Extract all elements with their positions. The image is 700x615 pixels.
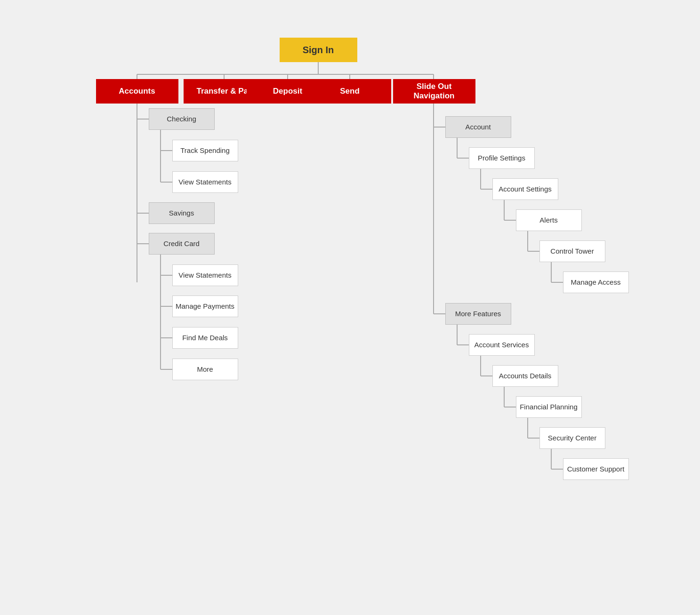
customer-support-node[interactable]: Customer Support	[563, 458, 629, 480]
connector-lines	[44, 19, 656, 583]
nav-send-button[interactable]: Send	[309, 79, 391, 104]
savings-node[interactable]: Savings	[149, 202, 215, 224]
manage-payments-node[interactable]: Manage Payments	[172, 296, 238, 317]
alerts-node[interactable]: Alerts	[516, 209, 582, 231]
view-statements-checking-node[interactable]: View Statements	[172, 171, 238, 193]
nav-slide-out-button[interactable]: Slide OutNavigation	[393, 79, 475, 104]
nav-accounts-button[interactable]: Accounts	[96, 79, 178, 104]
diagram-area: Sign In Accounts Transfer & Pay Deposit …	[44, 19, 656, 583]
control-tower-node[interactable]: Control Tower	[539, 240, 605, 262]
more-features-node[interactable]: More Features	[445, 303, 511, 325]
account-services-node[interactable]: Account Services	[469, 334, 535, 356]
security-center-node[interactable]: Security Center	[539, 427, 605, 449]
account-node[interactable]: Account	[445, 116, 511, 138]
view-statements-credit-node[interactable]: View Statements	[172, 264, 238, 286]
track-spending-node[interactable]: Track Spending	[172, 140, 238, 161]
checking-node[interactable]: Checking	[149, 108, 215, 130]
credit-card-node[interactable]: Credit Card	[149, 233, 215, 255]
manage-access-node[interactable]: Manage Access	[563, 272, 629, 293]
find-me-deals-node[interactable]: Find Me Deals	[172, 327, 238, 349]
profile-settings-node[interactable]: Profile Settings	[469, 147, 535, 169]
more-node[interactable]: More	[172, 359, 238, 380]
sign-in-button[interactable]: Sign In	[280, 38, 357, 62]
accounts-details-node[interactable]: Accounts Details	[492, 365, 558, 387]
financial-planning-node[interactable]: Financial Planning	[516, 396, 582, 418]
account-settings-node[interactable]: Account Settings	[492, 178, 558, 200]
